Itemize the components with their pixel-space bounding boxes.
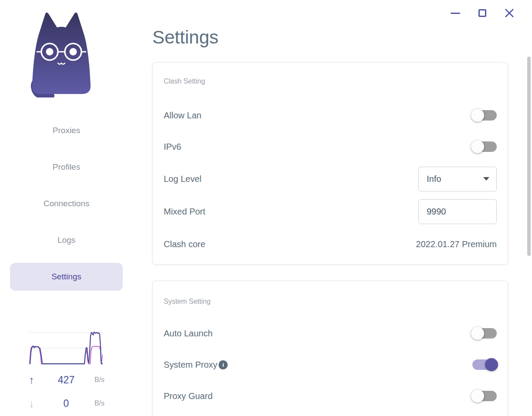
minimize-button[interactable] — [448, 6, 462, 20]
clash-core-row: Clash core 2022.01.27 Premium — [164, 228, 497, 260]
sidebar-item-connections[interactable]: Connections — [10, 190, 123, 218]
auto-launch-toggle[interactable] — [472, 327, 497, 340]
log-level-selected-value: Info — [427, 174, 441, 184]
vertical-scrollbar-thumb[interactable] — [527, 57, 531, 256]
mixed-port-label: Mixed Port — [164, 207, 205, 217]
auto-launch-row: Auto Launch — [164, 318, 497, 349]
proxy-guard-row: Proxy Guard — [164, 380, 497, 412]
mixed-port-row: Mixed Port — [164, 196, 497, 227]
sidebar-nav: Proxies Profiles Connections Logs Settin… — [10, 117, 123, 299]
maximize-icon — [478, 9, 486, 17]
clash-setting-card: Clash Setting Allow Lan IPv6 Log Level I… — [152, 62, 508, 265]
upload-speed-row: ↑ 427 B/s — [29, 373, 104, 386]
proxy-guard-toggle[interactable] — [472, 389, 497, 403]
allow-lan-row: Allow Lan — [164, 100, 497, 131]
sidebar: Proxies Profiles Connections Logs Settin… — [0, 0, 133, 416]
system-setting-card: System Setting Auto Launch System Proxy … — [152, 281, 508, 416]
chevron-down-icon — [483, 177, 489, 181]
ipv6-label: IPv6 — [164, 142, 181, 152]
log-level-select[interactable]: Info — [418, 167, 497, 191]
toggle-thumb — [471, 389, 484, 403]
toggle-thumb — [471, 109, 484, 122]
sidebar-item-proxies[interactable]: Proxies — [10, 117, 123, 144]
mixed-port-input[interactable] — [418, 199, 497, 224]
minimize-icon — [451, 13, 460, 14]
window-controls — [448, 6, 516, 20]
clash-core-version: 2022.01.27 Premium — [416, 239, 497, 249]
download-speed-value: 0 — [44, 398, 88, 409]
clash-core-label: Clash core — [164, 239, 205, 249]
allow-lan-label: Allow Lan — [164, 111, 202, 121]
info-icon[interactable]: i — [219, 360, 228, 369]
system-proxy-label: System Proxy i — [164, 360, 228, 370]
clash-cat-logo — [20, 10, 103, 97]
system-setting-header: System Setting — [164, 298, 211, 305]
download-speed-row: ↓ 0 B/s — [29, 397, 104, 410]
upload-speed-value: 427 — [44, 374, 88, 386]
ipv6-row: IPv6 — [164, 131, 497, 162]
toggle-thumb — [471, 140, 484, 153]
clash-setting-header: Clash Setting — [164, 77, 205, 85]
download-arrow-icon: ↓ — [29, 398, 44, 409]
auto-launch-label: Auto Launch — [164, 329, 212, 339]
maximize-button[interactable] — [475, 6, 489, 20]
cat-eye-left — [46, 48, 54, 56]
sidebar-item-logs[interactable]: Logs — [10, 226, 123, 254]
proxy-guard-label: Proxy Guard — [164, 391, 212, 401]
sidebar-item-profiles[interactable]: Profiles — [10, 153, 123, 181]
upload-speed-unit: B/s — [88, 376, 104, 384]
system-proxy-row: System Proxy i — [164, 349, 497, 380]
system-proxy-toggle[interactable] — [472, 358, 497, 371]
toggle-thumb — [485, 358, 498, 371]
close-button[interactable] — [502, 6, 516, 20]
sidebar-item-settings[interactable]: Settings — [10, 263, 123, 291]
ipv6-toggle[interactable] — [472, 140, 497, 153]
traffic-sparkline-chart — [29, 329, 103, 366]
system-proxy-label-text: System Proxy — [164, 360, 217, 370]
toggle-thumb — [471, 327, 484, 340]
page-title: Settings — [152, 27, 219, 48]
upload-arrow-icon: ↑ — [29, 375, 44, 386]
allow-lan-toggle[interactable] — [472, 109, 497, 122]
log-level-row: Log Level Info — [164, 163, 497, 195]
close-icon — [504, 7, 515, 19]
log-level-label: Log Level — [164, 174, 202, 184]
cat-eye-right — [70, 48, 77, 56]
download-speed-unit: B/s — [88, 399, 104, 407]
